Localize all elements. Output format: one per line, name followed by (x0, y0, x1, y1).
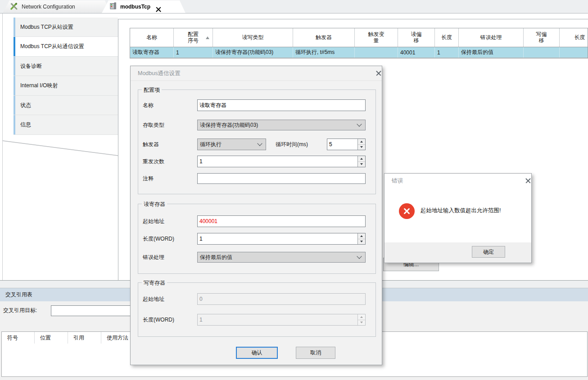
column-header-error-handling[interactable]: 错误处理 (459, 28, 524, 47)
sidebar-item-label: 信息 (20, 121, 31, 129)
read-length-spinner[interactable] (197, 233, 366, 245)
group-legend: 写寄存器 (142, 279, 167, 287)
document-tab-bar: Network Configuration modbusTcp (0, 0, 588, 13)
comment-input[interactable] (197, 173, 366, 184)
cell-write-length (560, 47, 588, 58)
tab-accent-bar (14, 18, 15, 36)
retry-count-input[interactable] (197, 156, 366, 167)
confirm-button[interactable]: 确认 (236, 347, 278, 359)
read-start-address-input[interactable] (197, 215, 366, 227)
read-register-group: 读寄存器 起始地址 长度(WORD) 错误处理 保持最后的值 (138, 204, 376, 274)
read-length-input[interactable] (197, 233, 366, 245)
xref-column-position[interactable]: 位置 (35, 332, 68, 344)
spin-down-icon[interactable] (358, 162, 365, 167)
error-handling-label: 错误处理 (143, 252, 164, 263)
cell-write-offset (524, 47, 560, 58)
trigger-select[interactable]: 循环执行 (197, 139, 266, 150)
chevron-down-icon (357, 121, 362, 126)
tab-label: Network Configuration (22, 4, 75, 10)
modbus-settings-dialog: Modbus通信设置 配置项 名称 存取类型 读保持寄存器(功能码03) 触发器… (130, 66, 382, 365)
trigger-label: 触发器 (143, 139, 159, 150)
write-register-group: 写寄存器 起始地址 长度(WORD) (138, 282, 376, 337)
name-label: 名称 (143, 99, 154, 111)
tab-accent-bar (14, 76, 15, 95)
table-header-row: 名称 配置 序号 读写类型 触发器 触发变 量 读偏 移 长度 错误处理 写偏 … (130, 28, 588, 47)
access-type-select[interactable]: 读保持寄存器(功能码03) (197, 120, 366, 130)
sidebar-item-label: Modbus TCP从站设置 (20, 23, 73, 31)
tab-label: modbusTcp (120, 4, 150, 10)
cross-reference-target-label: 交叉引用目标: (3, 305, 37, 316)
sidebar-item-modbus-tcp-settings[interactable]: Modbus TCP从站设置 (14, 18, 118, 37)
dialog-title: 错误 (392, 177, 403, 185)
sidebar-item-modbus-tcp-comm-settings[interactable]: Modbus TCP从站通信设置 (14, 37, 118, 57)
spin-up-icon[interactable] (358, 233, 365, 239)
error-message: 起始地址输入数值超出允许范围! (421, 207, 501, 215)
retry-count-label: 重发次数 (143, 156, 164, 167)
ok-button[interactable]: 确定 (472, 246, 505, 258)
error-message-dialog: 错误 起始地址输入数值超出允许范围! 确定 (384, 173, 532, 263)
dialog-title: Modbus通信设置 (138, 70, 180, 77)
write-start-address-input (197, 293, 366, 305)
column-header-trigger[interactable]: 触发器 (293, 28, 355, 47)
sidebar-item-label: 状态 (20, 102, 31, 109)
selected-value: 读保持寄存器(功能码03) (200, 120, 258, 130)
dialog-footer: 确定 (384, 242, 531, 263)
cycle-time-spinner[interactable] (327, 139, 366, 150)
sidebar-item-label: Internal I/O映射 (20, 82, 58, 89)
spin-buttons[interactable] (357, 156, 365, 167)
column-header-name[interactable]: 名称 (130, 28, 174, 47)
access-type-label: 存取类型 (143, 120, 164, 130)
tab-modbustcp[interactable]: modbusTcp (102, 0, 185, 13)
column-header-config-index[interactable]: 配置 序号 (174, 28, 213, 47)
modbus-channel-table: 名称 配置 序号 读写类型 触发器 触发变 量 读偏 移 长度 错误处理 写偏 … (130, 28, 588, 58)
column-header-write-length[interactable]: 长度 (560, 28, 588, 47)
write-length-label: 长度(WORD) (143, 314, 174, 326)
write-start-address-label: 起始地址 (143, 293, 164, 305)
sidebar-item-status[interactable]: 状态 (14, 96, 118, 115)
dialog-title-bar[interactable]: 错误 (384, 174, 531, 188)
xref-column-reference[interactable]: 引用 (68, 332, 101, 344)
xref-column-symbol[interactable]: 符号 (2, 332, 35, 344)
selected-value: 保持最后的值 (200, 252, 232, 262)
panel-title: 交叉引用表 (5, 291, 32, 299)
sidebar-item-information[interactable]: 信息 (14, 115, 118, 135)
spin-buttons[interactable] (357, 139, 365, 150)
tab-network-configuration[interactable]: Network Configuration (3, 0, 111, 13)
tab-accent-bar (14, 96, 15, 115)
spin-up-icon[interactable] (358, 139, 365, 145)
cancel-button[interactable]: 取消 (296, 347, 335, 359)
spin-down-icon[interactable] (358, 145, 365, 150)
sidebar-item-device-diagnosis[interactable]: 设备诊断 (14, 57, 118, 76)
column-header-read-length[interactable]: 长度 (435, 28, 459, 47)
config-group: 配置项 名称 存取类型 读保持寄存器(功能码03) 触发器 循环执行 循环时间(… (138, 89, 376, 194)
spin-up-icon[interactable] (358, 156, 365, 162)
cell-read-offset: 40001 (398, 47, 435, 58)
column-header-trigger-variable[interactable]: 触发变 量 (355, 28, 398, 47)
group-legend: 读寄存器 (142, 201, 167, 208)
chevron-down-icon (257, 141, 262, 146)
cell-config-index: 1 (174, 47, 213, 58)
device-icon (110, 2, 117, 11)
group-legend: 配置项 (142, 86, 162, 94)
tools-icon (10, 2, 18, 12)
table-row-selected[interactable]: 读取寄存器 1 读保持寄存器(功能码03) 循环执行, t#5ms 40001 … (130, 47, 588, 58)
name-input[interactable] (197, 99, 366, 111)
spin-down-icon[interactable] (358, 239, 365, 245)
sidebar-item-internal-io-mapping[interactable]: Internal I/O映射 (14, 76, 118, 96)
error-icon (399, 203, 415, 219)
error-handling-select[interactable]: 保持最后的值 (197, 252, 366, 263)
retry-count-spinner[interactable] (197, 156, 366, 167)
selected-value: 循环执行 (200, 139, 222, 150)
cell-read-length: 1 (435, 47, 459, 58)
dialog-title-bar[interactable]: Modbus通信设置 (131, 66, 382, 81)
header-text: 配置 序号 (188, 31, 199, 44)
application-window: Network Configuration modbusTcp Modbus T… (0, 0, 588, 380)
cell-rw-type: 读保持寄存器(功能码03) (213, 47, 293, 58)
spin-buttons[interactable] (357, 233, 365, 244)
cell-name: 读取寄存器 (130, 47, 174, 58)
sort-ascending-icon (206, 36, 209, 39)
column-header-write-offset[interactable]: 写偏 移 (524, 28, 560, 47)
chevron-down-icon (357, 254, 362, 259)
column-header-read-offset[interactable]: 读偏 移 (398, 28, 435, 47)
column-header-rw-type[interactable]: 读写类型 (213, 28, 293, 47)
